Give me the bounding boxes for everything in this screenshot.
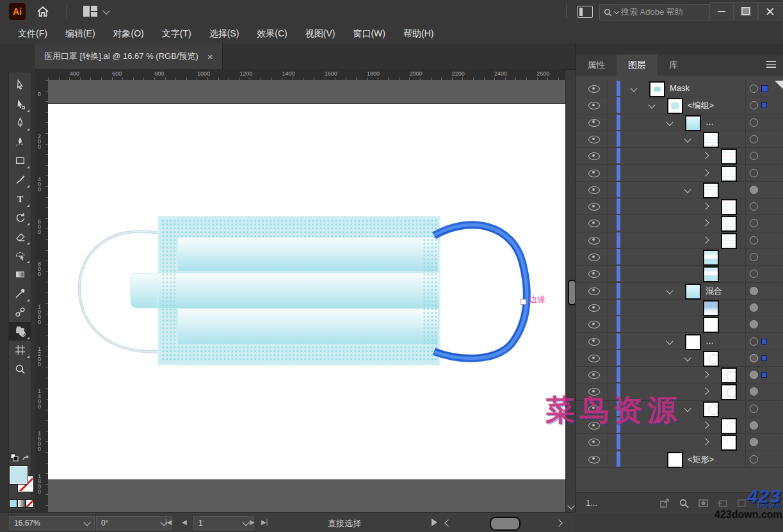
menu-item-7[interactable]: 窗口(W)	[344, 23, 394, 44]
layer-row[interactable]	[576, 165, 783, 182]
collect-for-export-icon[interactable]	[660, 499, 670, 508]
app-logo-icon[interactable]: Ai	[9, 3, 26, 20]
rotate-tool[interactable]	[9, 208, 31, 227]
direct-selection-tool[interactable]	[9, 95, 31, 113]
layer-thumbnail[interactable]	[721, 367, 737, 383]
none-mode-icon[interactable]	[26, 499, 34, 508]
panel-tab-2[interactable]: 库	[658, 54, 690, 76]
selection-square[interactable]	[761, 102, 767, 108]
expander-chevron-icon[interactable]	[666, 337, 673, 344]
rotation-select[interactable]: 0°	[96, 516, 172, 530]
layer-row[interactable]: …	[576, 333, 783, 350]
arrange-documents-icon[interactable]	[577, 6, 593, 18]
visibility-eye-icon[interactable]	[588, 388, 600, 396]
target-circle[interactable]	[750, 202, 758, 211]
layer-thumbnail[interactable]	[703, 182, 719, 198]
layer-thumbnail[interactable]	[703, 317, 719, 333]
prev-artboard-icon[interactable]: ◀	[182, 519, 187, 526]
layer-row[interactable]	[576, 214, 783, 232]
layer-thumbnail[interactable]	[703, 132, 719, 148]
new-sublayer-icon[interactable]	[718, 499, 728, 508]
expander-chevron-icon[interactable]	[684, 405, 691, 412]
workspace-switcher-icon[interactable]	[83, 6, 97, 17]
expander-chevron-icon[interactable]	[630, 85, 637, 92]
layer-label[interactable]: Mask	[670, 83, 690, 93]
visibility-eye-icon[interactable]	[588, 119, 600, 127]
target-circle[interactable]	[750, 152, 758, 160]
expander-chevron-icon[interactable]	[702, 236, 709, 243]
target-circle[interactable]	[750, 169, 758, 177]
layer-row[interactable]: …	[576, 114, 783, 131]
target-circle[interactable]	[750, 219, 758, 227]
layer-row[interactable]	[576, 265, 783, 282]
visibility-eye-icon[interactable]	[588, 304, 600, 312]
home-icon[interactable]	[36, 4, 50, 19]
expander-chevron-icon[interactable]	[666, 118, 673, 125]
layer-thumbnail[interactable]	[685, 334, 701, 350]
visibility-eye-icon[interactable]	[588, 136, 600, 143]
vertical-ruler[interactable]: 02 0 04 0 06 0 08 0 01 0 0 01 2 0 01 4 0…	[35, 80, 49, 512]
new-layer-icon[interactable]	[737, 499, 747, 508]
minimize-button[interactable]	[709, 2, 734, 20]
layer-thumbnail[interactable]	[721, 418, 737, 434]
selection-square[interactable]	[761, 339, 767, 344]
layer-thumbnail[interactable]	[649, 81, 665, 97]
target-circle[interactable]	[750, 270, 758, 278]
layer-thumbnail[interactable]	[703, 266, 719, 282]
close-button[interactable]	[758, 2, 782, 20]
workspace-chevron-icon[interactable]	[102, 7, 109, 14]
menu-item-8[interactable]: 帮助(H)	[394, 23, 442, 44]
layer-thumbnail[interactable]	[721, 199, 737, 215]
visibility-eye-icon[interactable]	[588, 287, 600, 295]
target-circle[interactable]	[750, 337, 758, 346]
layer-row[interactable]	[576, 400, 783, 417]
selection-tool[interactable]	[9, 76, 31, 94]
expander-chevron-icon[interactable]	[702, 371, 709, 378]
visibility-eye-icon[interactable]	[588, 186, 600, 194]
layer-thumbnail[interactable]	[721, 233, 737, 249]
visibility-eye-icon[interactable]	[588, 203, 600, 211]
artboard-number-select[interactable]: 1	[193, 516, 254, 530]
layer-thumbnail[interactable]	[703, 300, 719, 316]
layer-thumbnail[interactable]	[721, 149, 737, 165]
target-circle[interactable]	[750, 253, 758, 261]
layer-row[interactable]	[576, 131, 783, 148]
target-circle[interactable]	[750, 236, 758, 245]
layer-row[interactable]	[576, 366, 783, 383]
shape-builder-tool[interactable]	[9, 322, 31, 341]
layer-thumbnail[interactable]	[703, 250, 719, 266]
menu-item-6[interactable]: 视图(V)	[296, 23, 344, 44]
selection-square[interactable]	[761, 372, 767, 378]
visibility-eye-icon[interactable]	[588, 321, 600, 328]
horizontal-ruler[interactable]: 4006008001000120014001600180020002200240…	[48, 69, 565, 81]
target-circle[interactable]	[750, 101, 758, 109]
expander-chevron-icon[interactable]	[702, 439, 709, 446]
target-circle[interactable]	[750, 135, 758, 143]
expander-chevron-icon[interactable]	[702, 220, 709, 227]
layer-row[interactable]	[576, 181, 783, 198]
layer-label[interactable]: …	[706, 336, 714, 346]
visibility-eye-icon[interactable]	[588, 254, 600, 261]
layer-row[interactable]	[576, 147, 783, 165]
eraser-tool[interactable]	[9, 227, 31, 246]
visibility-eye-icon[interactable]	[588, 355, 600, 362]
layer-row[interactable]	[576, 383, 783, 400]
visibility-eye-icon[interactable]	[588, 422, 600, 430]
target-circle[interactable]	[750, 320, 758, 328]
scroll-right-icon[interactable]	[555, 519, 562, 526]
gradient-tool[interactable]	[9, 265, 31, 284]
menu-item-2[interactable]: 对象(O)	[104, 23, 153, 44]
layer-row[interactable]	[576, 316, 783, 333]
target-circle[interactable]	[750, 405, 758, 413]
target-circle[interactable]	[750, 387, 758, 396]
scroll-down-icon[interactable]	[567, 502, 574, 509]
target-circle[interactable]	[750, 455, 758, 463]
expander-chevron-icon[interactable]	[702, 152, 709, 159]
menu-item-5[interactable]: 效果(C)	[248, 23, 296, 44]
artboard-chevron-icon[interactable]	[242, 519, 249, 526]
layer-thumbnail[interactable]	[667, 98, 683, 114]
layer-row[interactable]	[576, 299, 783, 316]
expander-chevron-icon[interactable]	[702, 202, 709, 209]
menu-item-4[interactable]: 选择(S)	[200, 23, 248, 44]
visibility-eye-icon[interactable]	[588, 102, 600, 109]
